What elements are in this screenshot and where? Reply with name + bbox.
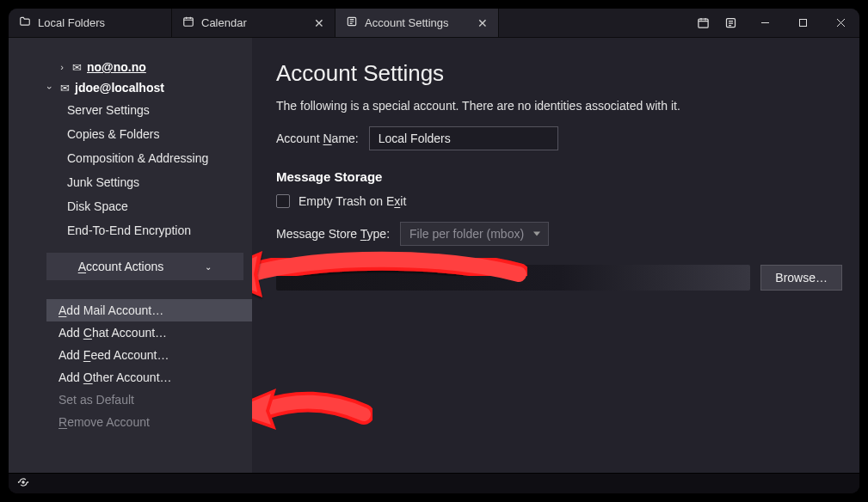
sidebar-item-server-settings[interactable]: Server Settings xyxy=(19,98,252,122)
menu-add-feed-account[interactable]: Add Feed Account… xyxy=(46,344,252,366)
close-icon[interactable]: ✕ xyxy=(314,16,324,30)
tab-account-settings[interactable]: Account Settings ✕ xyxy=(336,9,499,37)
menu-add-chat-account[interactable]: Add Chat Account… xyxy=(46,321,252,344)
menu-label: dd Mail Account… xyxy=(66,303,163,317)
sidebar-item-composition[interactable]: Composition & Addressing xyxy=(19,146,252,170)
tab-spacer xyxy=(499,9,687,37)
calendar-icon xyxy=(182,15,194,30)
account-actions-label: ccount Actions xyxy=(86,260,163,273)
store-type-value: File per folder (mbox) xyxy=(409,227,524,241)
main-area: › ✉ no@no.no › ✉ jdoe@localhost Server S… xyxy=(9,38,859,473)
svg-rect-2 xyxy=(698,19,707,28)
account-item[interactable]: › ✉ no@no.no xyxy=(19,57,252,77)
empty-trash-checkbox[interactable] xyxy=(276,194,290,208)
local-directory-field[interactable] xyxy=(276,265,750,291)
folder-icon xyxy=(19,15,31,30)
empty-trash-row: Empty Trash on Exit xyxy=(276,194,842,208)
sync-icon[interactable] xyxy=(17,476,29,491)
tab-label: Account Settings xyxy=(365,16,449,29)
tab-calendar[interactable]: Calendar ✕ xyxy=(172,9,336,37)
svg-marker-6 xyxy=(252,256,257,292)
account-item[interactable]: › ✉ jdoe@localhost xyxy=(19,77,252,98)
tab-label: Calendar xyxy=(201,16,247,29)
accounts-tree: › ✉ no@no.no › ✉ jdoe@localhost Server S… xyxy=(9,53,252,248)
maximize-button[interactable] xyxy=(784,9,822,38)
close-window-button[interactable] xyxy=(822,9,859,38)
account-actions-button[interactable]: Account Actions ⌄ xyxy=(46,253,243,280)
account-label: jdoe@localhost xyxy=(75,81,164,95)
tab-label: Local Folders xyxy=(38,16,105,29)
store-type-label: Message Store Type: xyxy=(276,227,390,241)
menu-remove-account: Remove Account xyxy=(46,411,252,433)
store-type-select[interactable]: File per folder (mbox) xyxy=(400,222,549,246)
svg-marker-8 xyxy=(252,394,271,425)
page-title: Account Settings xyxy=(276,60,842,87)
settings-page-icon xyxy=(346,15,358,30)
content-pane: Account Settings The following is a spec… xyxy=(252,38,859,473)
mail-icon: ✉ xyxy=(60,82,70,95)
menu-set-default: Set as Default xyxy=(46,389,252,411)
tab-bar: Local Folders Calendar ✕ Account Setting… xyxy=(9,9,859,38)
mail-icon: ✉ xyxy=(72,61,82,74)
chevron-down-icon: › xyxy=(45,83,55,93)
calendar-toolbar-icon[interactable] xyxy=(691,11,715,35)
svg-rect-0 xyxy=(184,18,194,26)
message-storage-heading: Message Storage xyxy=(276,169,842,184)
account-label: no@no.no xyxy=(87,60,146,74)
store-type-row: Message Store Type: File per folder (mbo… xyxy=(276,222,842,246)
sidebar-item-junk[interactable]: Junk Settings xyxy=(19,170,252,194)
sidebar-item-disk-space[interactable]: Disk Space xyxy=(19,194,252,218)
svg-marker-5 xyxy=(252,251,262,297)
window-controls xyxy=(746,9,859,37)
accounts-sidebar: › ✉ no@no.no › ✉ jdoe@localhost Server S… xyxy=(9,38,252,473)
chevron-right-icon: › xyxy=(57,62,67,72)
svg-point-9 xyxy=(22,481,24,483)
account-context-menu: Add Mail Account… Add Chat Account… Add … xyxy=(46,299,252,433)
annotation-arrow xyxy=(252,373,372,433)
svg-marker-7 xyxy=(252,389,276,430)
minimize-button[interactable] xyxy=(746,9,784,38)
menu-add-mail-account[interactable]: Add Mail Account… xyxy=(46,299,252,321)
status-bar xyxy=(9,473,859,493)
browse-button[interactable]: Browse… xyxy=(760,265,842,291)
sidebar-item-e2e[interactable]: End-To-End Encryption xyxy=(19,218,252,242)
chevron-down-icon: ⌄ xyxy=(205,262,212,272)
page-description: The following is a special account. Ther… xyxy=(276,99,842,113)
account-name-input[interactable] xyxy=(369,126,558,150)
close-icon[interactable]: ✕ xyxy=(477,16,488,30)
tasks-toolbar-icon[interactable] xyxy=(718,11,742,35)
account-name-label: Account Name: xyxy=(276,132,359,145)
account-name-row: Account Name: xyxy=(276,126,842,150)
tab-local-folders[interactable]: Local Folders xyxy=(9,9,172,37)
local-directory-row: Browse… xyxy=(276,265,842,291)
menu-add-other-account[interactable]: Add Other Account… xyxy=(46,366,252,389)
svg-rect-4 xyxy=(799,20,806,27)
empty-trash-label: Empty Trash on Exit xyxy=(299,194,406,208)
sidebar-item-copies-folders[interactable]: Copies & Folders xyxy=(19,122,252,146)
toolbar-icons xyxy=(687,9,746,37)
app-window: Local Folders Calendar ✕ Account Setting… xyxy=(9,9,859,493)
